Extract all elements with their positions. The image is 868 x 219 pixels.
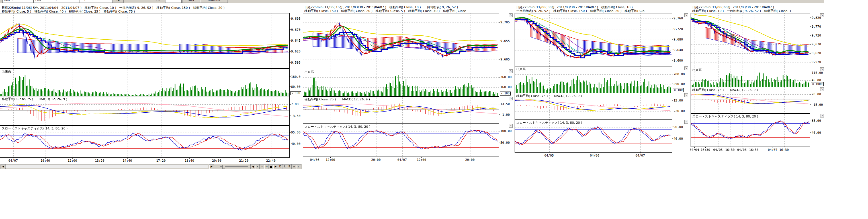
time-axis-label: 16:30 [749, 148, 758, 152]
section-expand-icon[interactable]: ↘ [684, 13, 688, 17]
price-chart-axis-tick: 9,720 [812, 33, 821, 37]
time-axis-label: 22:40 [266, 159, 275, 163]
chart-header: 日経225mini 11/06( 60分, 2011/03/30 - 2011/… [692, 6, 824, 13]
macd-axis-tick: -1.00 [500, 113, 510, 116]
macd-axis-tick: 15.00 [674, 99, 683, 102]
stochastics-label: スロー・ストキャスティクス( 14, 3, 80, 20 ) [516, 120, 582, 125]
chart-title-line1: 日経225mini 11/06( 5分, 2011/04/04 - 2011/0… [2, 6, 301, 10]
scroll-left-button[interactable]: ◀ [1, 164, 6, 169]
bars-label: 本数 [154, 0, 166, 2]
time-axis-label: 04/06 [310, 158, 319, 162]
price-chart-axis-tick: 9,670 [291, 28, 301, 31]
volume-canvas[interactable] [691, 67, 810, 87]
price-chart-axis: 9,7059,6559,605 [499, 13, 514, 69]
macd-axis-tick: 7.00 [291, 102, 299, 106]
price-chart-canvas[interactable] [0, 13, 289, 68]
category-select[interactable]: 先物▼ [2, 0, 34, 3]
time-axis: 04/0416:3004/0516:3004/0616:3004/0716:30 [690, 147, 825, 153]
time-axis-label: 18:40 [185, 159, 194, 163]
section-expand-icon[interactable]: ↘ [509, 124, 513, 128]
chart-tool-button-10[interactable]: ↘ [296, 164, 301, 169]
contract-select[interactable]: 11/06▼ [79, 0, 113, 3]
volume-section: 700.00250.00出来高↘× 100 [515, 66, 689, 93]
section-expand-icon[interactable]: ↘ [820, 67, 824, 71]
chart-title-line1: 日経225mini 11/06( 30分, 2011/03/30 - 2011/… [516, 6, 688, 9]
price-chart-axis-tick: 9,620 [291, 50, 301, 53]
time-axis-tickmark [271, 158, 271, 159]
section-expand-icon[interactable]: ↘ [820, 13, 824, 17]
price-chart-axis: 9,6959,6709,6459,6209,595 [289, 13, 302, 69]
time-axis-label: 16:30 [725, 148, 735, 152]
section-expand-icon[interactable]: ↘ [684, 93, 688, 97]
time-axis-label: 04/05 [713, 148, 722, 152]
section-expand-icon[interactable]: ↘ [509, 69, 513, 73]
multi-symbol-button[interactable]: 複数銘柄 [200, 0, 228, 3]
stochastics-label: スロー・ストキャスティクス( 14, 3, 80, 20 ) [692, 114, 758, 119]
volume-section: 360.00160.00出来高↘× 100 [303, 69, 513, 97]
section-expand-icon[interactable]: ↘ [684, 66, 688, 70]
price-chart-canvas[interactable] [691, 13, 810, 67]
section-expand-icon[interactable]: ↘ [820, 114, 824, 117]
macd-label: 移動平均( Close, 75 ) MACD( 12, 26, 9 ) [304, 97, 370, 102]
stochastics-canvas[interactable] [303, 124, 499, 157]
time-axis-tickmark [315, 157, 315, 158]
price-chart-axis-tick: 9,680 [674, 38, 683, 42]
bars-input[interactable]: 600 [165, 0, 182, 3]
price-chart-canvas[interactable] [515, 13, 672, 66]
volume-axis-tick: 180.0 [291, 75, 301, 78]
volume-axis-tick: 700.00 [674, 72, 685, 76]
time-axis-tickmark [754, 147, 754, 148]
time-axis-label: 20:00 [465, 158, 474, 162]
time-axis-tickmark [244, 158, 244, 159]
multi-symbol-button-label: 複数銘柄 [208, 0, 220, 1]
section-expand-icon[interactable]: ↘ [509, 13, 513, 17]
time-axis-label: 04/06 [590, 154, 599, 157]
zoom-slider-handle[interactable] [222, 165, 225, 169]
scroll-right-button[interactable]: ▶ [209, 164, 214, 169]
chart-header: 日経225mini 11/06( 30分, 2011/03/30 - 2011/… [516, 6, 688, 13]
price-chart-axis-tick: 9,705 [500, 21, 510, 24]
price-chart-canvas[interactable] [303, 13, 499, 69]
time-axis: 04/0612:0020:0004/0712:0020:00 [303, 157, 513, 163]
volume-canvas[interactable] [515, 66, 672, 93]
chart-scrollbar[interactable]: ◀▶◀＋－↔■▶DLB⊕↘ [0, 164, 302, 169]
scrollbar-track[interactable] [5, 165, 208, 168]
volume-canvas[interactable] [303, 69, 499, 96]
application-window: 先物▼日経225mini▼11/06▼足本数600適用複数銘柄 日経225min… [0, 0, 868, 219]
time-axis-label: 16:30 [779, 148, 788, 152]
apply-button-label: 適用 [188, 0, 194, 1]
section-expand-icon[interactable]: ↘ [684, 120, 688, 124]
contract-select-label: 11/06 [81, 0, 90, 1]
time-axis-tickmark [422, 157, 422, 158]
time-axis-tickmark [773, 147, 773, 148]
symbol-select[interactable]: 日経225mini▼ [34, 0, 79, 3]
time-axis-tickmark [45, 158, 45, 159]
stochastics-label: スロー・ストキャスティクス( 14, 3, 80, 20 ) [2, 126, 67, 131]
volume-axis-tick: 360.00 [500, 75, 512, 79]
time-axis-label: 20:00 [371, 158, 380, 162]
stochastics-axis: 100.0050.00 [499, 124, 514, 157]
timeframe-button[interactable]: 足 [113, 0, 124, 3]
stochastics-axis-tick: 85.00 [812, 119, 821, 122]
macd-axis-tick: -15.00 [812, 103, 823, 106]
volume-axis-tick: 45.00 [812, 78, 821, 82]
time-axis-tickmark [127, 158, 128, 159]
section-expand-icon[interactable]: ↘ [820, 87, 824, 91]
stochastics-axis: 95.0040.00 [289, 126, 302, 158]
apply-button[interactable]: 適用 [182, 0, 200, 3]
volume-scale-badge: × 100 [290, 91, 301, 95]
price-chart-section: 9,6959,6709,6459,6209,595 [0, 13, 302, 69]
time-axis-tickmark [549, 153, 549, 154]
price-chart-axis: 9,7609,7209,6809,6409,600 [672, 13, 689, 66]
time-axis: 04/0710:4012:0013:2014:4017:2018:4020:00… [0, 158, 302, 163]
stochastics-canvas[interactable] [691, 114, 810, 146]
volume-section: 115.0045.00出来高↘× 1000 [690, 67, 825, 87]
section-expand-icon[interactable]: ↘ [509, 97, 513, 100]
price-chart-axis-tick: 9,655 [500, 39, 510, 43]
macd-label: 移動平均( Close, 75 ) MACD( 12, 26, 9 ) [2, 97, 67, 101]
stochastics-axis-tick: 100.00 [500, 129, 512, 133]
time-axis-label: 20:00 [212, 159, 221, 163]
macd-axis-tick: -3.50 [291, 114, 301, 117]
volume-section: 180.080.00出来高× 100 [0, 69, 302, 96]
volume-canvas[interactable] [0, 69, 289, 96]
